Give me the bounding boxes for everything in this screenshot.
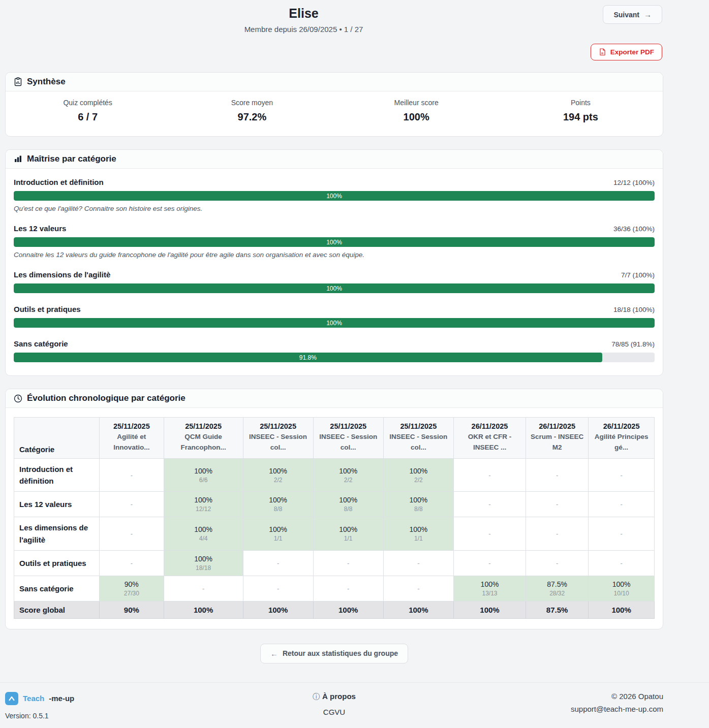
category-block: Les 12 valeurs36/36 (100%)100%Connaitre …: [14, 224, 655, 259]
cell-percent: 100%: [167, 525, 240, 533]
empty-cell: -: [526, 550, 589, 576]
export-pdf-button[interactable]: Exporter PDF: [591, 44, 662, 60]
brand-name-me-up: -me-up: [49, 694, 74, 703]
cell-fraction: 1/1: [317, 535, 380, 542]
score-cell: 100%1/1: [383, 517, 453, 551]
info-icon: ⓘ: [313, 692, 320, 701]
cell-fraction: 1/1: [387, 535, 450, 542]
stat-item: Score moyen97.2%: [170, 99, 334, 123]
support-email-link[interactable]: support@teach-me-up.com: [444, 705, 663, 713]
empty-cell: -: [100, 517, 164, 551]
footer: Teach -me-up Version: 0.5.1 ⓘÀ propos CG…: [0, 682, 709, 728]
global-score-cell: 100%: [383, 601, 453, 618]
table-row: Outils et pratiques-100%18/18------: [14, 550, 655, 576]
teach-me-up-logo[interactable]: [5, 692, 18, 705]
progress-bar: 100%: [14, 191, 655, 201]
clipboard-chart-icon: [14, 77, 22, 86]
category-score: 18/18 (100%): [613, 306, 655, 313]
score-cell: 100%1/1: [313, 517, 383, 551]
cell-fraction: 2/2: [317, 477, 380, 484]
brand-name-teach[interactable]: Teach: [23, 694, 44, 703]
category-block: Outils et pratiques18/18 (100%)100%: [14, 305, 655, 328]
stat-label: Points: [499, 99, 663, 107]
category-name: Introduction et dèfinition: [14, 178, 104, 186]
progress-bar: 91.8%: [14, 353, 655, 362]
quiz-date: 26/11/2025: [592, 422, 651, 430]
arrow-right-icon: →: [644, 10, 652, 19]
quiz-name: INSEEC - Session col...: [317, 432, 380, 453]
quiz-date: 25/11/2025: [246, 422, 310, 430]
score-cell: 100%10/10: [589, 576, 655, 601]
timeline-score-row: Score global 90%100%100%100%100%100%87.5…: [14, 601, 655, 618]
table-row: Les dimensions de l'agilitè-100%4/4100%1…: [14, 517, 655, 551]
synthese-stats: Quiz complétés6 / 7Score moyen97.2%Meill…: [6, 91, 663, 136]
stat-value: 194 pts: [499, 111, 663, 123]
cell-percent: 100%: [167, 467, 240, 475]
category-block: Introduction et dèfinition12/12 (100%)10…: [14, 178, 655, 212]
export-pdf-label: Exporter PDF: [610, 48, 654, 56]
category-score: 7/7 (100%): [621, 271, 655, 279]
empty-cell: -: [589, 458, 655, 492]
row-category-name: Outils et pratiques: [14, 550, 100, 576]
cell-percent: 100%: [387, 496, 450, 504]
global-score-cell: 100%: [164, 601, 243, 618]
empty-cell: -: [453, 458, 526, 492]
cell-fraction: 18/18: [167, 564, 240, 572]
progress-label: 100%: [326, 285, 342, 292]
next-member-button[interactable]: Suivant →: [603, 5, 662, 24]
row-category-name: Les dimensions de l'agilitè: [14, 517, 100, 551]
stat-value: 100%: [334, 111, 499, 123]
empty-cell: -: [383, 576, 453, 601]
quiz-column-header: 26/11/2025Agilité Principes gé...: [589, 418, 655, 459]
back-button-wrap: ← Retour aux statistiques du groupe: [5, 644, 663, 663]
cell-percent: 100%: [457, 580, 522, 588]
empty-cell: -: [313, 550, 383, 576]
category-score: 12/12 (100%): [613, 179, 655, 186]
bar-chart-icon: [14, 155, 22, 163]
stat-item: Meilleur score100%: [334, 99, 499, 123]
page-title: Elise: [5, 6, 602, 21]
empty-cell: -: [313, 576, 383, 601]
score-cell: 87.5%28/32: [526, 576, 589, 601]
category-head: Introduction et dèfinition12/12 (100%): [14, 178, 655, 186]
cell-percent: 87.5%: [529, 580, 585, 588]
global-score-cell: 100%: [243, 601, 313, 618]
global-score-cell: 100%: [453, 601, 526, 618]
score-cell: 100%13/13: [453, 576, 526, 601]
member-subtitle: Membre depuis 26/09/2025 • 1 / 27: [5, 25, 602, 34]
mastery-card-header: Maîtrise par catégorie: [6, 150, 663, 169]
timeline-card-header: Évolution chronologique par catégorie: [6, 389, 663, 408]
empty-cell: -: [453, 492, 526, 517]
score-cell: 90%27/30: [100, 576, 164, 601]
progress-fill: 100%: [14, 318, 655, 328]
cell-fraction: 2/2: [246, 477, 310, 484]
table-row: Les 12 valeurs-100%12/12100%8/8100%8/810…: [14, 492, 655, 517]
timeline-body: Introduction et dèfinition-100%6/6100%2/…: [14, 458, 655, 601]
synthese-card: Synthèse Quiz complétés6 / 7Score moyen9…: [5, 72, 663, 137]
empty-cell: -: [243, 550, 313, 576]
cell-percent: 100%: [317, 496, 380, 504]
category-name: Outils et pratiques: [14, 305, 81, 313]
progress-bar: 100%: [14, 237, 655, 247]
empty-cell: -: [526, 458, 589, 492]
category-name: Sans catégorie: [14, 339, 68, 348]
empty-cell: -: [526, 492, 589, 517]
quiz-name: Scrum - INSEEC M2: [529, 432, 585, 453]
timeline-title: Évolution chronologique par catégorie: [27, 393, 186, 403]
score-cell: 100%8/8: [243, 492, 313, 517]
cgvu-link[interactable]: CGVU: [225, 708, 444, 716]
empty-cell: -: [243, 576, 313, 601]
score-cell: 100%4/4: [164, 517, 243, 551]
cell-fraction: 8/8: [387, 505, 450, 513]
empty-cell: -: [100, 492, 164, 517]
global-score-cell: 90%: [100, 601, 164, 618]
about-link[interactable]: ⓘÀ propos: [225, 692, 444, 702]
category-description: Qu'est ce que l'agilité? Connaitre son h…: [14, 205, 655, 212]
cell-percent: 100%: [167, 496, 240, 504]
cell-fraction: 8/8: [246, 505, 310, 513]
quiz-column-header: 25/11/2025Agilité et Innovatio...: [100, 418, 164, 459]
back-to-group-stats-button[interactable]: ← Retour aux statistiques du groupe: [260, 644, 408, 663]
quiz-column-header: 25/11/2025INSEEC - Session col...: [243, 418, 313, 459]
quiz-column-header: 26/11/2025OKR et CFR - INSEEC ...: [453, 418, 526, 459]
cell-fraction: 4/4: [167, 535, 240, 542]
